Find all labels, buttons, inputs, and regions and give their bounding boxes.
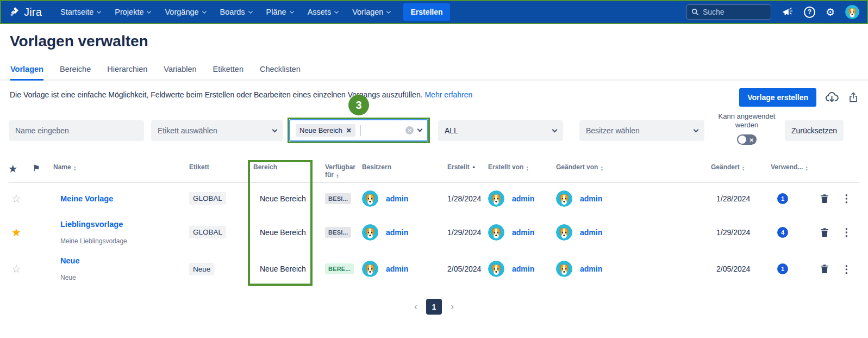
filter-name-field[interactable] bbox=[9, 120, 144, 141]
jira-logo-text: Jira bbox=[24, 6, 42, 19]
chevron-down-icon bbox=[272, 127, 278, 132]
tab-etiketten[interactable]: Etiketten bbox=[213, 65, 243, 81]
creator-avatar bbox=[488, 224, 504, 241]
star-toggle-icon[interactable]: ☆ bbox=[9, 193, 21, 205]
modifier-link[interactable]: admin bbox=[580, 265, 602, 273]
kebab-menu-icon[interactable]: ⋮ bbox=[841, 227, 852, 237]
header-verwendet[interactable]: Verwend...▲▼ bbox=[771, 163, 820, 171]
creator-avatar bbox=[488, 261, 504, 277]
modified-date: 1/29/2024 bbox=[711, 228, 771, 237]
kebab-menu-icon[interactable]: ⋮ bbox=[841, 264, 852, 274]
template-name-link[interactable]: Neue bbox=[60, 256, 189, 265]
star-toggle-icon[interactable]: ☆ bbox=[9, 263, 21, 275]
header-etikett[interactable]: Etikett bbox=[189, 163, 253, 171]
clear-selection-icon[interactable]: ✕ bbox=[405, 126, 414, 134]
selected-bereich-chip[interactable]: Neue Bereich ✕ bbox=[296, 124, 355, 137]
filter-bereich-multiselect[interactable]: Neue Bereich ✕ ✕ bbox=[289, 119, 428, 142]
tab-bereiche[interactable]: Bereiche bbox=[60, 65, 91, 81]
nav-item-boards[interactable]: Boards bbox=[220, 8, 252, 16]
header-besitzern[interactable]: Besitzern bbox=[357, 163, 447, 171]
chevron-down-icon[interactable] bbox=[417, 127, 423, 132]
delete-icon[interactable] bbox=[820, 228, 829, 237]
tab-variablen[interactable]: Variablen bbox=[164, 65, 196, 81]
jira-logo-icon bbox=[9, 6, 21, 18]
header-erstellt[interactable]: Erstellt▲ bbox=[447, 163, 488, 171]
jira-logo[interactable]: Jira bbox=[9, 6, 42, 19]
verfuegbar-badge: BERE... bbox=[325, 263, 354, 274]
megaphone-icon[interactable] bbox=[782, 6, 794, 18]
help-icon[interactable]: ? bbox=[804, 7, 815, 18]
remove-chip-icon[interactable]: ✕ bbox=[346, 127, 352, 134]
template-name-link[interactable]: Meine Vorlage bbox=[60, 194, 189, 203]
page-description: Die Vorlage ist eine einfache Möglichkei… bbox=[10, 90, 472, 99]
creator-link[interactable]: admin bbox=[512, 228, 534, 237]
header-bereich[interactable]: Bereich bbox=[253, 163, 325, 171]
delete-icon[interactable] bbox=[820, 194, 829, 204]
top-navbar: Jira Startseite Projekte Vorgänge Boards… bbox=[0, 0, 868, 24]
cloud-download-icon[interactable] bbox=[825, 90, 839, 105]
filter-etikett-select[interactable]: Etikett auswählen bbox=[151, 120, 283, 141]
chevron-down-icon bbox=[289, 9, 294, 13]
nav-item-vorlagen[interactable]: Vorlagen bbox=[352, 8, 390, 16]
settings-gear-icon[interactable]: ⚙ bbox=[826, 7, 835, 17]
reset-filters-button[interactable]: Zurücksetzen bbox=[785, 120, 844, 141]
next-page-icon[interactable]: › bbox=[451, 301, 454, 312]
header-geaendert[interactable]: Geändert▲▼ bbox=[711, 163, 771, 171]
create-template-button[interactable]: Vorlage erstellen bbox=[739, 88, 816, 107]
user-avatar[interactable] bbox=[845, 5, 859, 19]
current-page-button[interactable]: 1 bbox=[426, 299, 442, 315]
creator-link[interactable]: admin bbox=[512, 265, 534, 273]
creator-link[interactable]: admin bbox=[512, 194, 534, 203]
nav-item-assets[interactable]: Assets bbox=[308, 8, 339, 16]
tab-checklisten[interactable]: Checklisten bbox=[260, 65, 301, 81]
flag-column-icon[interactable]: ⚑ bbox=[33, 163, 53, 173]
header-verfuegbar-fuer[interactable]: Verfügbar für▲▼ bbox=[325, 163, 357, 179]
modifier-avatar bbox=[556, 190, 572, 207]
tab-vorlagen[interactable]: Vorlagen bbox=[10, 65, 43, 81]
top-actions: Vorlage erstellen bbox=[739, 88, 859, 107]
filter-besitzer-select[interactable]: Besitzer wählen bbox=[579, 120, 704, 141]
chevron-down-icon bbox=[694, 127, 699, 132]
create-button[interactable]: Erstellen bbox=[403, 3, 449, 21]
modifier-link[interactable]: admin bbox=[580, 194, 602, 203]
nav-item-projekte[interactable]: Projekte bbox=[115, 8, 151, 16]
modifier-avatar bbox=[556, 261, 572, 277]
star-toggle-icon[interactable]: ★ bbox=[9, 226, 21, 238]
etikett-badge: GLOBAL bbox=[189, 192, 226, 205]
kebab-menu-icon[interactable]: ⋮ bbox=[841, 193, 852, 204]
search-icon bbox=[691, 8, 699, 16]
navbar-right-cluster: ? ⚙ bbox=[686, 4, 859, 20]
search-input[interactable] bbox=[703, 8, 766, 16]
annotation-number-badge: 3 bbox=[348, 95, 369, 115]
delete-icon[interactable] bbox=[820, 264, 829, 274]
chevron-down-icon bbox=[334, 9, 339, 13]
modifier-link[interactable]: admin bbox=[580, 228, 602, 237]
tab-hierarchien[interactable]: Hierarchien bbox=[107, 65, 147, 81]
created-date: 2/05/2024 bbox=[447, 265, 488, 273]
owner-link[interactable]: admin bbox=[386, 228, 408, 237]
template-name-link[interactable]: Lieblingsvorlage bbox=[60, 220, 189, 229]
global-search[interactable] bbox=[686, 4, 771, 20]
owner-link[interactable]: admin bbox=[386, 265, 408, 273]
table-header: ★ ⚑ Name▲▼ Etikett Bereich Verfügbar für… bbox=[9, 161, 859, 183]
header-erstellt-von[interactable]: Erstellt von▲▼ bbox=[488, 163, 556, 171]
nav-item-vorgaenge[interactable]: Vorgänge bbox=[165, 8, 205, 16]
kann-angewendet-toggle[interactable]: ✕ bbox=[737, 134, 757, 145]
nav-item-plaene[interactable]: Pläne bbox=[266, 8, 294, 16]
etikett-badge: GLOBAL bbox=[189, 226, 226, 238]
learn-more-link[interactable]: Mehr erfahren bbox=[424, 90, 472, 99]
table-row: ☆ Meine Vorlage GLOBAL Neue Bereich BESI… bbox=[9, 183, 859, 214]
page-title: Vorlagen verwalten bbox=[10, 33, 148, 50]
filter-verfuegbar-select[interactable]: ALL bbox=[438, 120, 563, 141]
header-name[interactable]: Name▲▼ bbox=[53, 163, 189, 171]
header-geaendert-von[interactable]: Geändert von▲▼ bbox=[556, 163, 711, 171]
toggle-block: Kann angewendet werden ✕ bbox=[716, 112, 777, 145]
filter-name-input[interactable] bbox=[15, 126, 138, 135]
toggle-label: Kann angewendet werden bbox=[719, 112, 776, 129]
share-export-icon[interactable] bbox=[847, 91, 859, 103]
star-column-icon[interactable]: ★ bbox=[9, 163, 33, 175]
nav-item-startseite[interactable]: Startseite bbox=[60, 8, 101, 16]
usage-count-badge: 1 bbox=[777, 193, 788, 204]
prev-page-icon[interactable]: ‹ bbox=[414, 301, 417, 312]
owner-link[interactable]: admin bbox=[386, 194, 408, 203]
